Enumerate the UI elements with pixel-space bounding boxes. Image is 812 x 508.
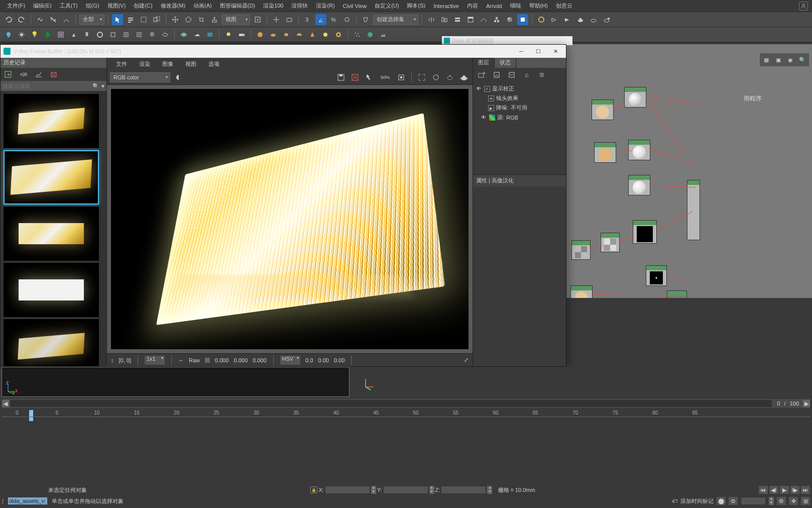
timeline-prev-button[interactable]: ◀ [2,400,9,407]
goto-start-button[interactable]: ⏮ [759,486,768,494]
time-config-button[interactable]: ⚙ [777,497,786,505]
planet-icon[interactable] [178,29,189,40]
selection-scope-dropdown[interactable]: 全部 [79,15,104,25]
named-sel-dropdown[interactable]: 创建选择集 [373,15,418,25]
history-thumbnails[interactable] [1,91,106,366]
window-crossing-button[interactable] [151,14,162,25]
toggle-info-icon[interactable]: ↕ [111,357,114,363]
teapot3-icon[interactable] [601,14,612,25]
load-preset-button[interactable] [506,69,517,80]
next-frame-button[interactable]: Ⅰ▶ [790,486,799,494]
redo-button[interactable] [16,14,27,25]
menu-customize[interactable]: 自定义(U) [372,1,402,11]
render-frame-button[interactable] [536,14,547,25]
minimize-button[interactable]: ─ [514,46,529,56]
vfb-menu-view[interactable]: 视图 [181,59,200,69]
vfb-menu-image[interactable]: 图像 [158,59,177,69]
ellipse-icon[interactable] [268,29,279,40]
history-search-input[interactable] [3,83,92,89]
visibility-icon[interactable]: 👁 [476,86,482,91]
lamp-icon[interactable]: ♜ [81,29,92,40]
visibility-icon[interactable]: 👁 [481,115,487,120]
menu-grapheditors[interactable]: 图形编辑器(D) [217,1,258,11]
menu-modifiers[interactable]: 修改器(M) [158,1,189,11]
particles-icon[interactable] [352,29,363,40]
rotate-button[interactable] [183,14,194,25]
search-dropdown-icon[interactable]: ▾ [101,83,104,89]
zoom-level-button[interactable]: 50% [378,72,393,83]
viewport-nav-2[interactable]: ⊞ [801,497,810,505]
history-delete-button[interactable] [48,69,60,79]
node-graph[interactable] [566,44,812,298]
select-region-rect-button[interactable] [138,14,149,25]
maxscript-input[interactable] [8,497,48,505]
earth-icon[interactable] [365,29,376,40]
sun-icon[interactable] [16,29,27,40]
save-preset-button[interactable] [491,69,502,80]
goto-end-button[interactable]: ⏭ [801,486,810,494]
teapot1-icon[interactable] [575,14,586,25]
tree-row-root[interactable]: 👁 显示校正 [476,84,563,93]
history-thumb-1[interactable] [4,94,99,148]
render-setup-button[interactable] [517,14,528,25]
clear-image-button[interactable] [350,72,361,83]
prev-frame-button[interactable]: ◀Ⅰ [769,486,778,494]
scale-button[interactable] [196,14,207,25]
viewport-nav-1[interactable]: ✥ [789,497,798,505]
hemisphere-icon[interactable] [294,29,305,40]
colorspace-dropdown[interactable]: HSV [280,356,301,365]
history-thumb-2[interactable] [4,150,99,205]
snap-toggle-button[interactable]: 3 [302,14,313,25]
timeline-scrollbar[interactable] [10,400,772,407]
y-input[interactable] [383,486,428,494]
edit-named-sel-button[interactable] [360,14,371,25]
image-icon[interactable] [204,29,215,40]
menu-content[interactable]: 内容 [464,1,481,11]
render-viewport[interactable] [107,85,473,353]
x-spinner[interactable]: ▲▼ [371,486,376,494]
menu-file[interactable]: 文件(F) [4,1,28,11]
menu-tools[interactable]: 工具(T) [57,1,81,11]
tag-icon[interactable]: 🏷 [672,498,677,504]
ring-icon[interactable] [94,29,105,40]
pine-icon[interactable]: ▲ [68,29,79,40]
menu-civilview[interactable]: Civil View [340,2,370,10]
tree-row-lens[interactable]: + 镜头效果 [476,93,563,103]
yellow-bulb-icon[interactable] [223,29,234,40]
placement-button[interactable] [209,14,220,25]
menu-arnold[interactable]: Arnold [483,2,505,10]
camera-icon[interactable] [236,29,247,40]
menu-create[interactable]: 创建(C) [131,1,155,11]
torus-icon[interactable] [160,29,171,40]
channel-dropdown[interactable]: RGB color [110,72,170,82]
toggle-ribbon-button[interactable] [465,14,476,25]
material-editor-button[interactable] [504,14,515,25]
capsule-icon[interactable] [281,29,292,40]
start-render-button[interactable] [458,72,470,83]
menu-scripting[interactable]: 脚本(S) [404,1,428,11]
frame-spinner[interactable]: ▲▼ [769,497,774,505]
history-save-button[interactable]: + [3,69,15,79]
history-ab-button[interactable]: A|B [18,69,30,79]
close-button[interactable]: ✕ [548,46,563,56]
history-thumb-3[interactable] [4,207,99,261]
menu-interactive[interactable]: Interactive [430,2,462,10]
layer-explorer-button[interactable] [452,14,463,25]
menu-creative[interactable]: 创意云 [553,1,575,11]
time-ruler[interactable]: 0510152025303540455055606570758085 [2,410,810,423]
menu-group[interactable]: 组(G) [83,1,102,11]
add-time-tag[interactable]: 添加时间标记 [680,497,714,505]
bright-sun-icon[interactable] [320,29,331,40]
disk-icon[interactable] [333,29,344,40]
landscape-icon[interactable] [378,29,389,40]
expand-icon[interactable]: ⤢ [464,357,469,363]
play-box-icon[interactable] [134,29,145,40]
box-icon[interactable] [107,29,119,40]
tree-row-source[interactable]: 👁 源: RGB [476,113,563,122]
key-filters-button[interactable]: ⧉ [729,497,738,505]
lock-icon[interactable]: 🔒 [310,486,317,493]
tree-row-denoise[interactable]: ▸ 降噪: 不可用 [476,103,563,113]
x-input[interactable] [325,486,370,494]
menu-edit[interactable]: 编辑(E) [30,1,55,11]
tab-layers[interactable]: 图层 [473,58,495,68]
